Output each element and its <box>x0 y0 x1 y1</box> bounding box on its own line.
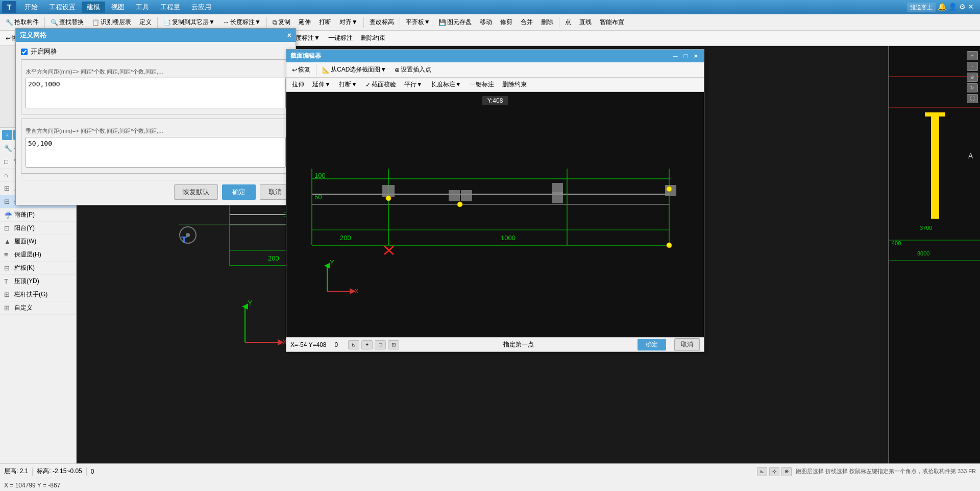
btn-smart-place[interactable]: 智能布置 <box>596 16 628 28</box>
btn-copy[interactable]: ⧉ 复制 <box>269 16 294 28</box>
svg-point-72 <box>667 186 672 192</box>
zoom-in-btn[interactable]: + <box>967 51 978 60</box>
section-canvas[interactable]: Y:408 200 1000 100 50 <box>286 92 704 337</box>
section-snap1-btn[interactable]: ⊾ <box>348 340 359 349</box>
bell-icon[interactable]: 🔔 <box>938 3 946 12</box>
menu-view[interactable]: 视图 <box>106 2 130 13</box>
section-verify-btn[interactable]: ✓ 截面校验 <box>362 79 400 90</box>
section-onekey-btn[interactable]: 一键标注 <box>466 79 498 90</box>
section-extend-btn[interactable]: 延伸▼ <box>309 79 334 90</box>
svg-text:50: 50 <box>314 193 322 201</box>
section-close-btn[interactable]: × <box>692 52 700 60</box>
rotate-btn[interactable]: ↻ <box>967 83 978 92</box>
btn-save-element[interactable]: 💾 图元存盘 <box>435 16 475 28</box>
btn-identify-floor[interactable]: 📋 识别楼层表 <box>88 16 135 28</box>
section-cancel-btn[interactable]: 取消 <box>674 338 700 351</box>
section-sep1 <box>316 64 316 76</box>
btn-one-key-mark[interactable]: 一键标注 <box>325 32 356 44</box>
section-parallel-btn[interactable]: 平行▼ <box>401 79 426 90</box>
close-icon[interactable]: ✕ <box>968 3 974 12</box>
app-logo: T <box>2 1 16 13</box>
btn-merge[interactable]: 合并 <box>517 16 536 28</box>
section-break-btn[interactable]: 打断▼ <box>335 79 361 90</box>
svg-text:200: 200 <box>340 234 351 242</box>
menu-tools[interactable]: 工具 <box>131 2 154 13</box>
menu-modeling[interactable]: 建模 <box>82 2 105 13</box>
user-icon[interactable]: 👤 <box>948 3 957 12</box>
svg-rect-39 <box>889 46 980 463</box>
roof-icon: ▲ <box>4 238 12 245</box>
horizontal-input[interactable]: 200,1000 <box>26 78 286 108</box>
section-snap3-btn[interactable]: □ <box>375 340 386 349</box>
btn-length-mark[interactable]: ↔ 长度标注▼ <box>219 16 264 28</box>
section-confirm-btn[interactable]: 确定 <box>638 339 666 350</box>
menu-quantity[interactable]: 工程量 <box>155 2 185 13</box>
length-icon: ↔ <box>223 19 229 26</box>
section-del-constraint-btn[interactable]: 删除约束 <box>499 79 530 90</box>
sidebar-item-coping[interactable]: T 压顶(YD) <box>0 275 76 288</box>
btn-define[interactable]: 定义 <box>136 16 155 28</box>
btn-break[interactable]: 打断 <box>315 16 335 28</box>
confirm-btn[interactable]: 确定 <box>222 184 256 200</box>
btn-copy-layer[interactable]: 📑 复制到其它层▼ <box>160 16 218 28</box>
svg-rect-64 <box>382 185 395 197</box>
hint-text: 跑图层选择 折线选择 按鼠标左键指定第一个角点，或拾取构件第 333 FR <box>796 467 976 475</box>
btn-trim[interactable]: 修剪 <box>497 16 516 28</box>
define-grid-dialog[interactable]: 定义网格 × 开启网格 水平方向间距(mm)=> 间距*个数,间距,间距*个数,… <box>15 28 296 205</box>
sidebar-item-railing[interactable]: ⊞ 栏杆扶手(G) <box>0 288 76 301</box>
pan-btn[interactable]: ⊕ <box>967 73 978 82</box>
sidebar-item-parapet[interactable]: ⊟ 栏板(K) <box>0 262 76 275</box>
sep6 <box>559 17 559 28</box>
sidebar-item-balcony[interactable]: ⊡ 阳台(Y) <box>0 222 76 235</box>
section-maximize-btn[interactable]: □ <box>682 52 690 60</box>
svg-text:400: 400 <box>892 240 901 246</box>
fullscreen-btn[interactable]: ⛶ <box>967 94 978 103</box>
btn-find-replace[interactable]: 🔍 查找替换 <box>47 16 87 28</box>
btn-align[interactable]: 对齐▼ <box>336 16 361 28</box>
sidebar-item-canopy[interactable]: ☔ 雨蓬(P) <box>0 208 76 222</box>
section-snap2-btn[interactable]: + <box>361 340 373 349</box>
sep-bottom2 <box>86 467 87 476</box>
section-stretch-btn[interactable]: 拉伸 <box>288 79 308 90</box>
vertical-input[interactable]: 50,100 <box>26 137 286 168</box>
snap-btn[interactable]: ⊾ <box>757 467 767 476</box>
section-cad-icon: 📐 <box>322 66 330 74</box>
btn-line[interactable]: 直线 <box>576 16 595 28</box>
search-bar[interactable]: 雏送客上 <box>907 3 936 12</box>
section-hint: 指定第一点 <box>407 340 629 349</box>
section-length-btn[interactable]: 长度标注▼ <box>427 79 465 90</box>
menu-project-settings[interactable]: 工程设置 <box>44 2 81 13</box>
settings-icon[interactable]: ⚙ <box>959 3 966 12</box>
section-insert-btn[interactable]: ⊕ 设置插入点 <box>391 64 435 76</box>
enable-grid-checkbox[interactable] <box>21 49 28 55</box>
sidebar-item-custom[interactable]: ⊞ 自定义 <box>0 301 76 315</box>
btn-check-elevation[interactable]: 查改标高 <box>366 16 398 28</box>
add-btn[interactable]: + <box>2 130 12 140</box>
btn-pick-component[interactable]: 🔧 拾取构件 <box>2 16 42 28</box>
sidebar-item-insulation[interactable]: ≡ 保温层(H) <box>0 248 76 262</box>
btn-point[interactable]: 点 <box>561 16 575 28</box>
sidebar-item-roof[interactable]: ▲ 屋面(W) <box>0 235 76 248</box>
section-verify-icon: ✓ <box>365 81 371 88</box>
btn-move[interactable]: 移动 <box>476 16 496 28</box>
section-snap-tools: ⊾ + □ ⊡ <box>348 340 399 349</box>
section-toolbar2: 拉伸 延伸▼ 打断▼ ✓ 截面校验 平行▼ 长度标注▼ 一键标注 删除约束 <box>286 78 704 92</box>
svg-point-71 <box>457 202 462 207</box>
menu-cloud[interactable]: 云应用 <box>186 2 216 13</box>
section-dialog[interactable]: 截面编辑器 ─ □ × ↩ 恢复 📐 从CAD选择截面图▼ ⊕ 设置插入点 <box>286 49 704 352</box>
btn-delete[interactable]: 删除 <box>537 16 557 28</box>
btn-delete-constraint[interactable]: 删除约束 <box>357 32 389 44</box>
btn-flush-slab[interactable]: 平齐板▼ <box>402 16 434 28</box>
section-restore-btn[interactable]: ↩ 恢复 <box>288 64 314 76</box>
section-coord-display: Y:408 <box>482 96 508 105</box>
btn-extend[interactable]: 延伸 <box>295 16 314 28</box>
define-grid-close[interactable]: × <box>287 31 291 39</box>
reset-default-btn[interactable]: 恢复默认 <box>174 184 218 200</box>
zoom-out-btn[interactable]: - <box>967 62 978 71</box>
section-from-cad-btn[interactable]: 📐 从CAD选择截面图▼ <box>318 64 390 76</box>
grid-snap-btn[interactable]: ⊹ <box>769 467 779 476</box>
menu-start[interactable]: 开始 <box>19 2 43 13</box>
ortho-btn[interactable]: ⊛ <box>781 467 792 476</box>
section-minimize-btn[interactable]: ─ <box>671 52 679 60</box>
section-snap4-btn[interactable]: ⊡ <box>388 340 399 349</box>
